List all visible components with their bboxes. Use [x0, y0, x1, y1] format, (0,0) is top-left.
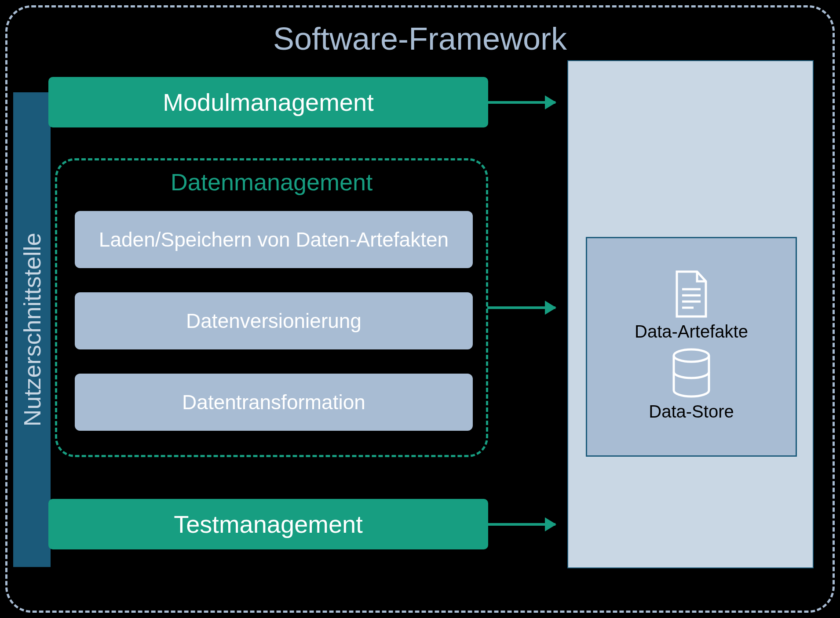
nutzerschnittstelle-label: Nutzerschnittstelle [18, 233, 46, 426]
datenmanagement-title: Datenmanagement [171, 168, 373, 196]
testmanagement-block: Testmanagement [48, 499, 488, 549]
data-store-label: Data-Store [649, 402, 734, 422]
daten-item-label: Laden/Speichern von Daten-Artefakten [99, 228, 449, 251]
testmanagement-label: Testmanagement [174, 510, 363, 538]
arrow-datenmanagement [487, 306, 555, 309]
storage-panel: Data-Artefakte Data-Store [567, 60, 814, 568]
nutzerschnittstelle-panel: Nutzerschnittstelle [13, 92, 51, 567]
modulmanagement-label: Modulmanagement [163, 88, 373, 116]
framework-title: Software-Framework [273, 21, 567, 57]
daten-item-transformation: Datentransformation [75, 374, 473, 431]
svg-point-4 [674, 349, 709, 362]
daten-item-label: Datentransformation [182, 390, 365, 414]
daten-item-versionierung: Datenversionierung [75, 292, 473, 349]
daten-item-laden-speichern: Laden/Speichern von Daten-Artefakten [75, 211, 473, 268]
database-icon [669, 348, 713, 398]
datenmanagement-frame: Datenmanagement Laden/Speichern von Date… [55, 158, 488, 457]
modulmanagement-block: Modulmanagement [48, 77, 488, 127]
document-icon [672, 270, 711, 318]
arrow-testmanagement [487, 523, 555, 526]
arrow-modulmanagement [487, 101, 555, 104]
daten-item-label: Datenversionierung [186, 309, 362, 333]
data-artefakte-label: Data-Artefakte [635, 322, 748, 342]
data-store-box: Data-Artefakte Data-Store [586, 237, 797, 457]
